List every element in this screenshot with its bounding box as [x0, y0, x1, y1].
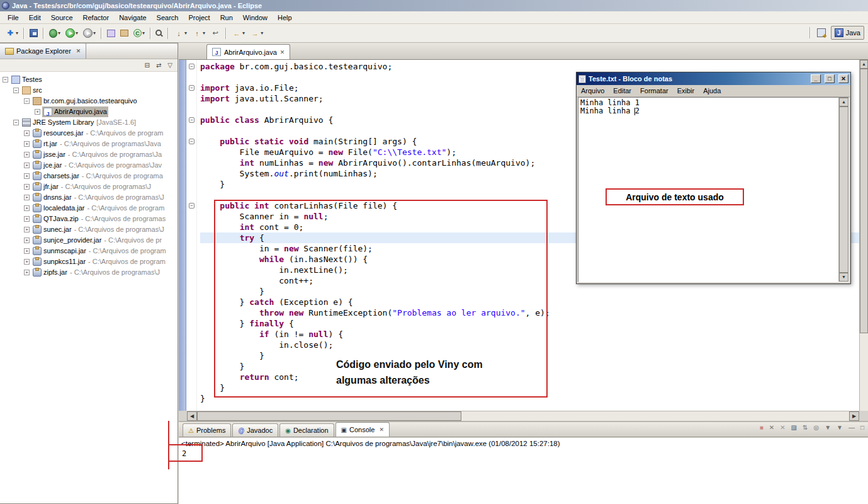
tree-item-jfr-jar[interactable]: +jfr.jar- C:\Arquivos de programas\J [0, 181, 178, 192]
expand-toggle-icon[interactable]: + [24, 270, 30, 275]
notepad-menu-editar[interactable]: Editar [609, 86, 636, 96]
tree-item-resources-jar[interactable]: +resources.jar- C:\Arquivos de program [0, 128, 178, 139]
code-line[interactable]: if (in != null) { [200, 329, 859, 340]
tab-javadoc[interactable]: @Javadoc [232, 423, 278, 437]
expand-toggle-icon[interactable]: + [24, 195, 30, 200]
tree-item-testes[interactable]: −Testes [0, 74, 178, 85]
expand-toggle-icon[interactable]: + [24, 130, 30, 136]
expand-toggle-icon[interactable]: + [24, 163, 30, 168]
close-tab-icon[interactable]: ✕ [280, 49, 285, 55]
code-line[interactable]: return cont; [200, 372, 859, 382]
terminate-button[interactable]: ■ [760, 424, 764, 431]
collapse-fold-icon[interactable]: − [189, 139, 194, 144]
tree-item-dnsns-jar[interactable]: +dnsns.jar- C:\Arquivos de programas\J [0, 192, 178, 203]
notepad-scrollbar[interactable]: ▲ ▼ [838, 98, 848, 282]
remove-launch-button[interactable]: ✕ [769, 424, 774, 431]
notepad-menu-formatar[interactable]: Formatar [636, 86, 673, 96]
collapse-toggle-icon[interactable]: − [13, 88, 19, 93]
link-with-editor-button[interactable]: ⇄ [155, 61, 162, 69]
tree-item-qtjava-zip[interactable]: +QTJava.zip- C:\Arquivos de programas [0, 214, 178, 224]
code-line[interactable]: } [200, 286, 859, 297]
next-annotation-button[interactable]: ▾ [172, 26, 189, 40]
minimize-view-button[interactable]: — [848, 424, 855, 431]
tree-item-localedata-jar[interactable]: +localedata.jar- C:\Arquivos de program [0, 203, 178, 214]
tree-item-sunpkcs11-jar[interactable]: +sunpkcs11.jar- C:\Arquivos de program [0, 256, 178, 267]
titlebar[interactable]: Java - Testes/src/br/com/guj/basico/test… [0, 0, 868, 11]
new-java-project-button[interactable] [105, 26, 117, 40]
scrollbar-thumb[interactable] [197, 411, 461, 421]
code-line[interactable]: } catch (Exception e) { [200, 297, 859, 307]
notepad-close-button[interactable]: ✕ [838, 74, 848, 83]
code-line[interactable]: } [200, 361, 859, 372]
tree-item-sunmscapi-jar[interactable]: +sunmscapi.jar- C:\Arquivos de program [0, 246, 178, 256]
scroll-right-icon[interactable]: ▶ [849, 411, 859, 421]
tree-item-sunec-jar[interactable]: +sunec.jar- C:\Arquivos de programas\J [0, 224, 178, 235]
collapse-toggle-icon[interactable]: − [3, 77, 8, 83]
menu-run[interactable]: Run [215, 12, 238, 23]
last-edit-location-button[interactable] [208, 26, 222, 40]
tree-item-charsets-jar[interactable]: +charsets.jar- C:\Arquivos de programa [0, 171, 178, 181]
notepad-menu-ajuda[interactable]: Ajuda [699, 86, 725, 96]
scroll-left-icon[interactable]: ◀ [187, 411, 197, 421]
tab-abrirarquivo-java[interactable]: AbrirArquivo.java ✕ [206, 44, 290, 59]
code-line[interactable]: } [200, 393, 859, 404]
tab-problems[interactable]: ⚠Problems [183, 423, 231, 437]
expand-toggle-icon[interactable]: + [24, 184, 30, 190]
scroll-down-icon[interactable]: ▼ [839, 273, 848, 282]
close-tab-icon[interactable]: ✕ [379, 427, 384, 433]
code-line[interactable]: } [200, 382, 859, 393]
collapse-fold-icon[interactable]: − [189, 64, 194, 69]
editor-vertical-scrollbar[interactable]: ▲ [859, 60, 868, 411]
save-button[interactable] [28, 26, 40, 40]
collapse-toggle-icon[interactable]: − [13, 120, 19, 125]
prev-annotation-button[interactable]: ▾ [190, 26, 207, 40]
tree-item-br-com-guj-basico-testearquivo[interactable]: −br.com.guj.basico.testearquivo [0, 96, 178, 106]
menu-navigate[interactable]: Navigate [114, 12, 151, 23]
console-output-area[interactable]: <terminated> AbrirArquivo [Java Applicat… [179, 438, 868, 504]
code-line[interactable]: } finally { [200, 318, 859, 329]
external-tools-button[interactable]: ▾ [81, 26, 98, 40]
tree-item-jce-jar[interactable]: +jce.jar- C:\Arquivos de programas\Jav [0, 160, 178, 171]
expand-toggle-icon[interactable]: + [24, 248, 30, 254]
tree-item-sunjce-provider-jar[interactable]: +sunjce_provider.jar- C:\Arquivos de pr [0, 235, 178, 246]
perspective-java-button[interactable]: J Java [831, 26, 864, 40]
code-line[interactable]: package br.com.guj.basico.testearquivo; [200, 61, 859, 72]
search-button[interactable] [154, 26, 164, 40]
expand-toggle-icon[interactable]: + [24, 205, 30, 211]
notepad-maximize-button[interactable]: □ [825, 74, 835, 83]
scrollbar-thumb[interactable] [839, 106, 848, 273]
debug-button[interactable]: ▾ [47, 26, 62, 40]
display-selected-console-button[interactable]: ▼ [825, 424, 831, 431]
code-line[interactable]: } [200, 350, 859, 361]
pin-console-button[interactable]: ◎ [813, 424, 819, 431]
scroll-up-icon[interactable]: ▲ [839, 98, 848, 106]
expand-toggle-icon[interactable]: + [24, 238, 30, 243]
code-line[interactable]: in.close(); [200, 340, 859, 350]
remove-all-launches-button[interactable]: ✕ [780, 424, 785, 431]
expand-toggle-icon[interactable]: + [24, 141, 30, 147]
tree-item-src[interactable]: −src [0, 85, 178, 96]
expand-toggle-icon[interactable]: + [24, 216, 30, 222]
notepad-text-area[interactable]: Minha linha 1Minha linha 2 ▲ ▼ Arquivo d… [578, 97, 849, 282]
view-menu-button[interactable]: ▽ [166, 61, 174, 69]
new-wizard-button[interactable]: ▾ [3, 26, 20, 40]
expand-toggle-icon[interactable]: + [24, 152, 30, 158]
forward-button[interactable]: ▾ [248, 26, 265, 40]
collapse-all-button[interactable]: ⊟ [144, 61, 151, 69]
package-explorer-tab[interactable]: Package Explorer ✕ [0, 43, 86, 59]
expand-toggle-icon[interactable]: + [24, 173, 30, 179]
back-button[interactable]: ▾ [230, 26, 247, 40]
menu-file[interactable]: File [3, 12, 24, 23]
scroll-lock-button[interactable]: ⇅ [803, 424, 808, 431]
tree-item-zipfs-jar[interactable]: +zipfs.jar- C:\Arquivos de programas\J [0, 267, 178, 278]
menu-window[interactable]: Window [238, 12, 273, 23]
menu-refactor[interactable]: Refactor [78, 12, 115, 23]
tab-declaration[interactable]: ◉Declaration [279, 423, 334, 437]
notepad-menu-arquivo[interactable]: Arquivo [577, 86, 609, 96]
tree-item-jsse-jar[interactable]: +jsse.jar- C:\Arquivos de programas\Ja [0, 149, 178, 160]
expand-toggle-icon[interactable]: + [35, 109, 40, 115]
notepad-minimize-button[interactable]: _ [811, 74, 821, 83]
editor-horizontal-scrollbar[interactable]: ◀ ▶ [187, 411, 859, 421]
menu-source[interactable]: Source [46, 12, 78, 23]
collapse-toggle-icon[interactable]: − [24, 98, 30, 104]
